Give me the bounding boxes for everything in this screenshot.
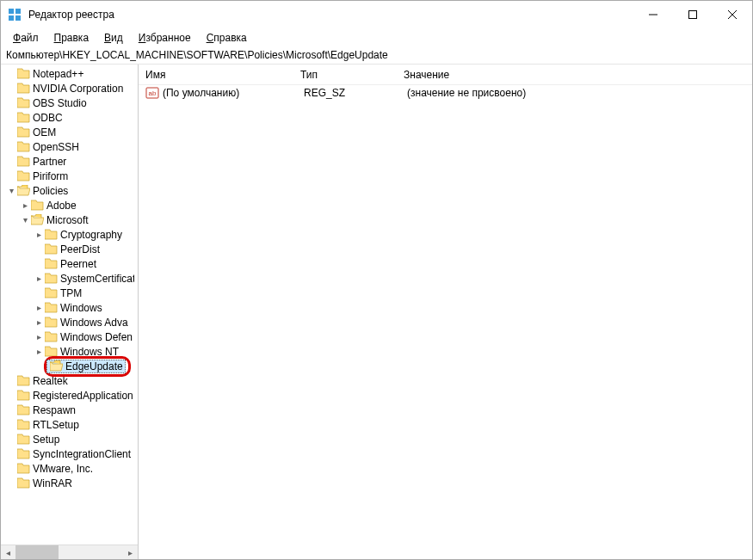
tree-item[interactable]: PeerDist: [1, 242, 138, 256]
tree-item-label: Respawn: [33, 404, 76, 416]
tree-item[interactable]: ▸Windows Defen: [1, 329, 138, 344]
maximize-button[interactable]: [673, 1, 713, 28]
address-bar[interactable]: Компьютер\HKEY_LOCAL_MACHINE\SOFTWARE\Po…: [1, 47, 752, 65]
column-data[interactable]: Значение: [397, 65, 752, 84]
tree-item-label: OBS Studio: [33, 97, 87, 109]
tree-item[interactable]: VMware, Inc.: [1, 461, 138, 476]
tree-item-label: SyncIntegrationClient: [33, 448, 131, 460]
tree-item-label: Microsoft: [46, 214, 89, 226]
tree-item-label: Piriform: [33, 170, 68, 182]
tree-item-label: Policies: [33, 185, 68, 197]
tree-item-label: Windows Defen: [60, 331, 133, 343]
titlebar: Редактор реестра: [1, 1, 752, 28]
column-name[interactable]: Имя: [139, 65, 293, 84]
expander-icon: [6, 98, 16, 108]
folder-icon: [17, 375, 30, 386]
expander-icon: [6, 69, 16, 79]
menu-file[interactable]: Файл: [6, 30, 46, 46]
folder-icon: [17, 477, 30, 489]
tree-item[interactable]: ▸Windows: [1, 300, 138, 315]
tree-item[interactable]: OEM: [1, 125, 138, 139]
expander-icon: [6, 157, 16, 167]
tree-horizontal-scrollbar[interactable]: ◂ ▸: [1, 545, 138, 559]
expander-icon: [34, 361, 44, 372]
tree-item-label: Adobe: [46, 200, 77, 212]
tree-item[interactable]: Notepad++: [1, 66, 138, 81]
tree-item[interactable]: EdgeUpdate: [1, 359, 138, 373]
folder-icon: [45, 243, 58, 255]
tree-item[interactable]: NVIDIA Corporation: [1, 81, 138, 95]
menu-view[interactable]: Вид: [97, 30, 130, 46]
tree-item[interactable]: Peernet: [1, 256, 138, 271]
values-panel: Имя Тип Значение ab(По умолчанию)REG_SZ(…: [139, 65, 752, 559]
tree-item[interactable]: Respawn: [1, 403, 138, 417]
svg-rect-3: [15, 15, 21, 21]
tree-item[interactable]: ▾Microsoft: [1, 212, 138, 227]
value-row[interactable]: ab(По умолчанию)REG_SZ(значение не присв…: [139, 85, 752, 101]
expander-icon[interactable]: ▸: [34, 274, 44, 284]
folder-icon: [17, 404, 30, 415]
tree-item[interactable]: OpenSSH: [1, 139, 138, 154]
tree-item-label: Realtek: [33, 375, 68, 387]
folder-icon: [45, 317, 58, 328]
tree-item-label: SystemCertificat: [60, 273, 134, 285]
tree-item-label: Notepad++: [33, 68, 83, 80]
expander-icon: [34, 244, 44, 255]
menu-help[interactable]: Справка: [200, 30, 254, 46]
folder-icon: [17, 463, 30, 474]
tree-item[interactable]: WinRAR: [1, 476, 138, 490]
tree-item[interactable]: SyncIntegrationClient: [1, 446, 138, 461]
tree-item-label: TPM: [60, 287, 82, 299]
expander-icon[interactable]: ▸: [34, 303, 44, 313]
column-headers: Имя Тип Значение: [139, 65, 752, 85]
tree-item-label: Peernet: [60, 258, 96, 270]
tree-item[interactable]: Piriform: [1, 169, 138, 183]
tree-item[interactable]: ODBC: [1, 110, 138, 125]
value-name: (По умолчанию): [163, 87, 304, 99]
tree-item-label: Cryptography: [60, 229, 122, 241]
expander-icon[interactable]: ▸: [34, 317, 44, 328]
expander-icon[interactable]: ▸: [34, 347, 44, 357]
tree-item-label: RTLSetup: [33, 419, 79, 431]
tree-item[interactable]: ▸Cryptography: [1, 227, 138, 242]
folder-icon: [17, 156, 30, 167]
menu-edit[interactable]: Правка: [47, 30, 96, 46]
tree-item[interactable]: Partner: [1, 154, 138, 169]
folder-icon: [45, 331, 58, 342]
scroll-thumb[interactable]: [15, 545, 59, 560]
tree-item-label: OpenSSH: [33, 141, 79, 153]
string-value-icon: ab: [145, 86, 159, 100]
tree-item[interactable]: ▸Windows Adva: [1, 315, 138, 329]
expander-icon[interactable]: ▸: [34, 332, 44, 342]
folder-open-icon: [50, 360, 63, 372]
tree-item[interactable]: ▸Adobe: [1, 198, 138, 212]
tree-item-label: Windows: [60, 302, 102, 314]
expander-icon: [6, 391, 16, 401]
folder-icon: [45, 229, 58, 240]
folder-icon: [17, 68, 30, 79]
expander-icon[interactable]: ▸: [20, 200, 30, 211]
folder-icon: [45, 302, 58, 313]
expander-icon[interactable]: ▸: [34, 230, 44, 240]
tree-item-label: EdgeUpdate: [65, 360, 123, 372]
scroll-right-icon[interactable]: ▸: [123, 545, 138, 560]
column-type[interactable]: Тип: [293, 65, 397, 84]
tree-item[interactable]: Setup: [1, 432, 138, 446]
scroll-left-icon[interactable]: ◂: [1, 545, 15, 560]
close-button[interactable]: [713, 1, 752, 28]
folder-icon: [17, 126, 30, 138]
tree-item[interactable]: RTLSetup: [1, 417, 138, 432]
tree-item-label: OEM: [33, 126, 56, 138]
tree-item[interactable]: RegisteredApplication: [1, 388, 138, 403]
tree-item[interactable]: ▾Policies: [1, 183, 138, 198]
tree-item-label: Setup: [33, 434, 59, 446]
menu-favorites[interactable]: Избранное: [132, 30, 198, 46]
tree-item[interactable]: TPM: [1, 286, 138, 300]
minimize-button[interactable]: [633, 1, 673, 28]
tree-item[interactable]: OBS Studio: [1, 95, 138, 110]
folder-icon: [17, 419, 30, 430]
expander-icon[interactable]: ▾: [20, 215, 30, 225]
menubar: Файл Правка Вид Избранное Справка: [1, 28, 752, 47]
tree-item[interactable]: ▸SystemCertificat: [1, 271, 138, 286]
expander-icon[interactable]: ▾: [6, 186, 16, 196]
